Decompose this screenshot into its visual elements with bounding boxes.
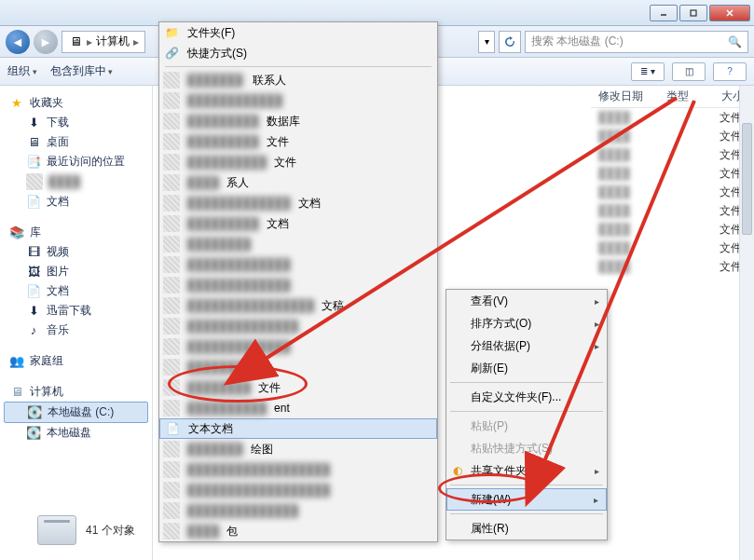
submenu-item[interactable]: ███████联系人 xyxy=(159,70,437,90)
download-icon: ⬇ xyxy=(26,116,41,130)
submenu-item[interactable]: █████████数据库 xyxy=(159,111,437,131)
blurred-icon xyxy=(163,195,180,212)
submenu-item[interactable]: ████████████ xyxy=(159,90,437,111)
breadcrumb-seg[interactable]: 计算机 xyxy=(96,34,130,49)
sidebar-libraries-header[interactable]: 📚库 xyxy=(0,223,152,242)
table-row[interactable]: ████文件夹 xyxy=(591,145,754,164)
submenu-item[interactable]: ██████████ent xyxy=(159,398,437,418)
breadcrumb[interactable]: 🖥 ▸ 计算机 ▸ xyxy=(62,31,145,53)
sidebar-item-recent[interactable]: 📑最近访问的位置 xyxy=(0,152,152,171)
help-button[interactable]: ? xyxy=(713,62,747,81)
col-date[interactable]: 修改日期 xyxy=(591,89,659,104)
preview-pane-button[interactable]: ◫ xyxy=(672,62,706,81)
text-file-icon: 📄 xyxy=(164,420,181,437)
include-in-library-menu[interactable]: 包含到库中 xyxy=(50,63,114,79)
submenu-item[interactable]: █████████文档 xyxy=(159,213,437,234)
submenu-shortcut[interactable]: 🔗快捷方式(S) xyxy=(159,43,437,63)
table-row[interactable]: ████文件夹 xyxy=(591,201,754,220)
organize-menu[interactable]: 组织 xyxy=(7,63,37,79)
menu-separator xyxy=(450,411,603,412)
submenu-item[interactable]: ████████████████文稿 xyxy=(159,295,437,316)
col-type[interactable]: 类型 xyxy=(659,89,713,104)
submenu-item[interactable]: ████████ xyxy=(159,234,437,254)
search-icon: 🔍 xyxy=(728,35,742,48)
sidebar-item-desktop[interactable]: 🖥桌面 xyxy=(0,132,152,152)
submenu-item[interactable]: ██████████ xyxy=(159,357,437,377)
table-row[interactable]: ████文件夹 xyxy=(591,257,754,276)
chevron-right-icon: ▸ xyxy=(595,466,599,476)
ctx-group[interactable]: 分组依据(P)▸ xyxy=(446,335,607,357)
submenu-item[interactable]: ████包 xyxy=(159,521,437,541)
submenu-item[interactable]: ██████████████████ xyxy=(159,480,437,500)
sidebar-item-documents[interactable]: 📄文档 xyxy=(0,192,152,212)
ctx-new[interactable]: 新建(W)▸ xyxy=(446,488,607,511)
sidebar-homegroup-header[interactable]: 👥家庭组 xyxy=(0,351,152,371)
submenu-item[interactable]: ██████████文件 xyxy=(159,152,437,172)
submenu-text-document[interactable]: 📄文本文档 xyxy=(159,418,437,439)
submenu-item[interactable]: ███████绘图 xyxy=(159,439,437,459)
submenu-item[interactable]: █████████████ xyxy=(159,254,437,275)
table-row[interactable]: ████文件夹 xyxy=(591,108,754,127)
music-icon: ♪ xyxy=(26,323,41,338)
table-row[interactable]: ████文件夹 xyxy=(591,183,754,201)
sidebar-item-docs[interactable]: 📄文档 xyxy=(0,281,152,301)
views-button[interactable]: ≣ ▾ xyxy=(631,62,665,81)
vertical-scrollbar[interactable] xyxy=(739,86,754,560)
table-row[interactable]: ████文件夹 xyxy=(591,220,754,239)
submenu-item[interactable]: █████████████ xyxy=(159,275,437,295)
sidebar-item-drive[interactable]: 💽本地磁盘 xyxy=(0,423,152,443)
maximize-button[interactable] xyxy=(679,5,707,21)
ctx-sort[interactable]: 排序方式(O)▸ xyxy=(446,312,607,335)
minimize-button[interactable] xyxy=(650,5,678,21)
sidebar-computer-header[interactable]: 🖥计算机 xyxy=(0,382,152,402)
submenu-item[interactable]: ██████████████████ xyxy=(159,459,437,480)
ctx-view[interactable]: 查看(V)▸ xyxy=(446,290,607,312)
blurred-icon xyxy=(163,379,180,396)
ctx-paste: 粘贴(P) xyxy=(446,415,607,437)
sidebar-favorites-header[interactable]: ★收藏夹 xyxy=(0,93,152,113)
ctx-refresh[interactable]: 刷新(E) xyxy=(446,357,607,379)
search-input[interactable]: 搜索 本地磁盘 (C:) 🔍 xyxy=(525,31,748,53)
ctx-customize[interactable]: 自定义文件夹(F)... xyxy=(446,386,607,408)
submenu-item[interactable]: █████████文件 xyxy=(159,131,437,152)
table-row[interactable]: ████文件夹 xyxy=(591,239,754,257)
sidebar-item-pictures[interactable]: 🖼图片 xyxy=(0,262,152,281)
submenu-item[interactable]: ████████文件 xyxy=(159,377,437,398)
table-row[interactable]: ████文件夹 xyxy=(591,127,754,145)
new-submenu: 📁文件夹(F) 🔗快捷方式(S) ███████联系人 ████████████… xyxy=(158,21,438,542)
history-dropdown-button[interactable]: ▾ xyxy=(478,31,495,53)
ctx-properties[interactable]: 属性(R) xyxy=(446,517,607,540)
blurred-icon xyxy=(163,482,180,499)
table-row[interactable]: ████文件夹 xyxy=(591,164,754,183)
picture-icon: 🖼 xyxy=(26,265,41,280)
chevron-right-icon: ▸ xyxy=(594,495,598,505)
sidebar-item-drive-c[interactable]: 💽本地磁盘 (C:) xyxy=(4,402,148,423)
menu-separator xyxy=(450,513,603,514)
submenu-folder[interactable]: 📁文件夹(F) xyxy=(159,22,437,43)
library-icon: 📚 xyxy=(9,225,24,240)
sidebar-item-xunlei[interactable]: ⬇迅雷下载 xyxy=(0,301,152,321)
submenu-item[interactable]: █████████████文档 xyxy=(159,193,437,213)
sidebar-item-music[interactable]: ♪音乐 xyxy=(0,321,152,340)
sidebar-item-blurred[interactable]: ████ xyxy=(0,171,152,192)
sidebar-item-downloads[interactable]: ⬇下载 xyxy=(0,113,152,132)
close-button[interactable] xyxy=(709,5,750,21)
submenu-item[interactable]: ██████████████ xyxy=(159,500,437,521)
submenu-item[interactable]: ██████████████ xyxy=(159,316,437,336)
sidebar-item-videos[interactable]: 🎞视频 xyxy=(0,242,152,262)
refresh-button[interactable] xyxy=(499,31,521,53)
chevron-right-icon: ▸ xyxy=(595,296,599,307)
column-headers[interactable]: 修改日期 类型 大小 xyxy=(591,86,754,108)
scrollbar-thumb[interactable] xyxy=(742,123,752,235)
blurred-icon xyxy=(163,72,180,89)
nav-back-button[interactable]: ◄ xyxy=(6,30,30,54)
download-icon: ⬇ xyxy=(26,304,41,319)
nav-forward-button[interactable]: ► xyxy=(34,30,58,54)
blurred-icon xyxy=(163,461,180,478)
ctx-share-sync[interactable]: ◐共享文件夹同步▸ xyxy=(446,459,607,482)
blurred-icon xyxy=(163,174,180,191)
submenu-item[interactable]: ████系人 xyxy=(159,172,437,193)
submenu-item[interactable]: █████████████ xyxy=(159,336,437,357)
drive-icon: 💽 xyxy=(26,426,41,441)
document-icon: 📄 xyxy=(26,195,41,210)
